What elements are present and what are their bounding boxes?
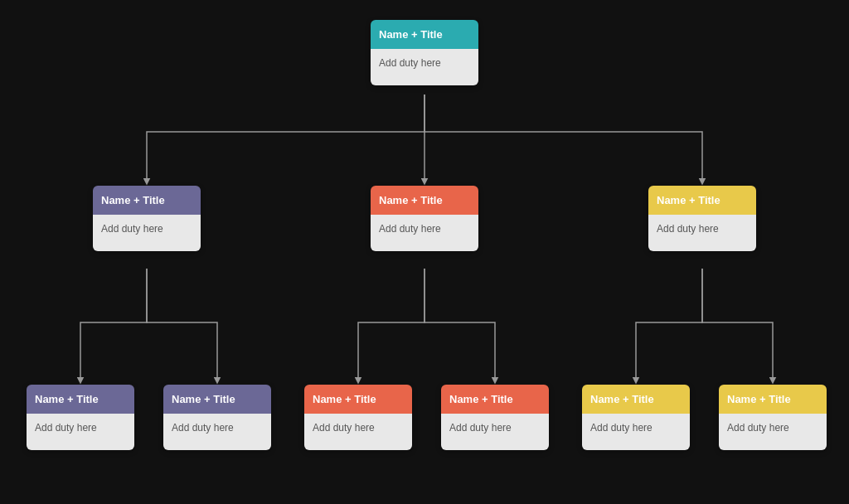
node-root-header: Name + Title [371,20,478,49]
node-br1-header: Name + Title [582,385,690,414]
node-bl2-body: Add duty here [163,414,271,450]
node-br1[interactable]: Name + Title Add duty here [582,385,690,450]
node-bc1-body: Add duty here [304,414,412,450]
node-bc2[interactable]: Name + Title Add duty here [441,385,549,450]
node-br2-body: Add duty here [719,414,827,450]
node-mid-left[interactable]: Name + Title Add duty here [93,186,201,251]
node-bl1-header: Name + Title [27,385,134,414]
node-root-body: Add duty here [371,49,478,85]
node-br1-body: Add duty here [582,414,690,450]
node-root[interactable]: Name + Title Add duty here [371,20,478,85]
node-br2-header: Name + Title [719,385,827,414]
org-chart: Name + Title Add duty here Name + Title … [18,12,831,492]
node-bc1[interactable]: Name + Title Add duty here [304,385,412,450]
node-mid-right-header: Name + Title [648,186,756,215]
node-bc2-header: Name + Title [441,385,549,414]
node-mid-right[interactable]: Name + Title Add duty here [648,186,756,251]
node-bl1[interactable]: Name + Title Add duty here [27,385,134,450]
node-bl1-body: Add duty here [27,414,134,450]
node-bl2-header: Name + Title [163,385,271,414]
node-mid-left-header: Name + Title [93,186,201,215]
node-mid-center[interactable]: Name + Title Add duty here [371,186,478,251]
node-br2[interactable]: Name + Title Add duty here [719,385,827,450]
node-mid-center-header: Name + Title [371,186,478,215]
node-mid-left-body: Add duty here [93,215,201,251]
node-bc2-body: Add duty here [441,414,549,450]
node-bl2[interactable]: Name + Title Add duty here [163,385,271,450]
node-mid-right-body: Add duty here [648,215,756,251]
node-mid-center-body: Add duty here [371,215,478,251]
node-bc1-header: Name + Title [304,385,412,414]
